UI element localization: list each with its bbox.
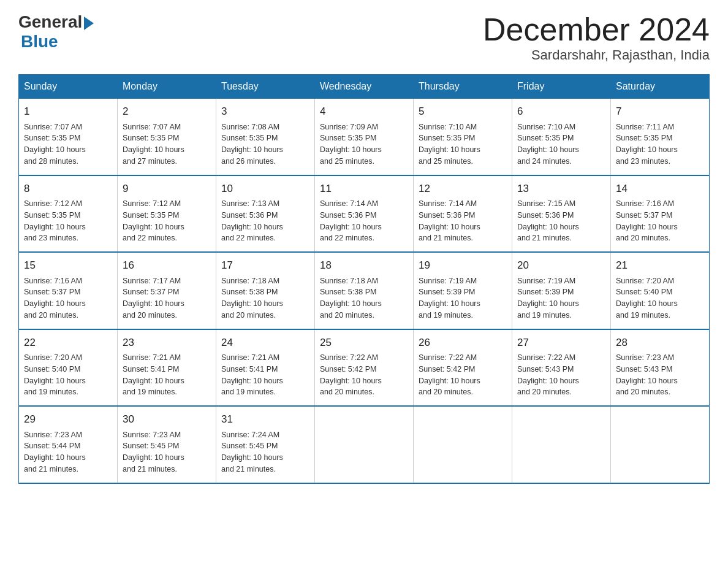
- calendar-cell: 22Sunrise: 7:20 AMSunset: 5:40 PMDayligh…: [19, 329, 118, 407]
- day-number: 20: [517, 258, 605, 274]
- calendar-table: SundayMondayTuesdayWednesdayThursdayFrid…: [18, 74, 710, 484]
- week-row-2: 8Sunrise: 7:12 AMSunset: 5:35 PMDaylight…: [19, 175, 710, 253]
- day-header-tuesday: Tuesday: [216, 75, 315, 99]
- calendar-cell: 29Sunrise: 7:23 AMSunset: 5:44 PMDayligh…: [19, 406, 118, 483]
- day-header-saturday: Saturday: [611, 75, 710, 99]
- calendar-cell: 17Sunrise: 7:18 AMSunset: 5:38 PMDayligh…: [216, 252, 315, 329]
- day-info: Sunrise: 7:17 AMSunset: 5:37 PMDaylight:…: [123, 275, 211, 321]
- day-info: Sunrise: 7:07 AMSunset: 5:35 PMDaylight:…: [24, 121, 112, 167]
- calendar-cell: 12Sunrise: 7:14 AMSunset: 5:36 PMDayligh…: [414, 175, 512, 253]
- day-info: Sunrise: 7:23 AMSunset: 5:44 PMDaylight:…: [24, 429, 112, 475]
- calendar-cell: 26Sunrise: 7:22 AMSunset: 5:42 PMDayligh…: [414, 329, 512, 407]
- calendar-cell: 2Sunrise: 7:07 AMSunset: 5:35 PMDaylight…: [118, 99, 216, 175]
- day-info: Sunrise: 7:20 AMSunset: 5:40 PMDaylight:…: [616, 275, 704, 321]
- calendar-cell: 13Sunrise: 7:15 AMSunset: 5:36 PMDayligh…: [512, 175, 611, 253]
- day-info: Sunrise: 7:07 AMSunset: 5:35 PMDaylight:…: [123, 121, 211, 167]
- day-header-thursday: Thursday: [414, 75, 512, 99]
- calendar-cell: 15Sunrise: 7:16 AMSunset: 5:37 PMDayligh…: [19, 252, 118, 329]
- calendar-subtitle: Sardarshahr, Rajasthan, India: [483, 47, 710, 63]
- logo: General Blue: [18, 12, 94, 52]
- day-info: Sunrise: 7:12 AMSunset: 5:35 PMDaylight:…: [24, 198, 112, 244]
- day-info: Sunrise: 7:19 AMSunset: 5:39 PMDaylight:…: [517, 275, 605, 321]
- day-number: 17: [221, 258, 309, 274]
- day-number: 25: [320, 335, 408, 351]
- calendar-cell: 7Sunrise: 7:11 AMSunset: 5:35 PMDaylight…: [611, 99, 710, 175]
- day-number: 21: [616, 258, 704, 274]
- header-row: SundayMondayTuesdayWednesdayThursdayFrid…: [19, 75, 710, 99]
- calendar-cell: 5Sunrise: 7:10 AMSunset: 5:35 PMDaylight…: [414, 99, 512, 175]
- day-info: Sunrise: 7:23 AMSunset: 5:43 PMDaylight:…: [616, 352, 704, 398]
- day-info: Sunrise: 7:21 AMSunset: 5:41 PMDaylight:…: [221, 352, 309, 398]
- week-row-3: 15Sunrise: 7:16 AMSunset: 5:37 PMDayligh…: [19, 252, 710, 329]
- day-info: Sunrise: 7:10 AMSunset: 5:35 PMDaylight:…: [419, 121, 507, 167]
- day-header-monday: Monday: [118, 75, 216, 99]
- calendar-cell: 28Sunrise: 7:23 AMSunset: 5:43 PMDayligh…: [611, 329, 710, 407]
- day-number: 27: [517, 335, 605, 351]
- calendar-body: 1Sunrise: 7:07 AMSunset: 5:35 PMDaylight…: [19, 99, 710, 483]
- day-info: Sunrise: 7:18 AMSunset: 5:38 PMDaylight:…: [320, 275, 408, 321]
- day-number: 26: [419, 335, 507, 351]
- day-number: 5: [419, 104, 507, 120]
- calendar-cell: 19Sunrise: 7:19 AMSunset: 5:39 PMDayligh…: [414, 252, 512, 329]
- day-number: 13: [517, 181, 605, 197]
- day-number: 3: [221, 104, 309, 120]
- day-number: 18: [320, 258, 408, 274]
- day-info: Sunrise: 7:19 AMSunset: 5:39 PMDaylight:…: [419, 275, 507, 321]
- calendar-cell: 10Sunrise: 7:13 AMSunset: 5:36 PMDayligh…: [216, 175, 315, 253]
- calendar-cell: 23Sunrise: 7:21 AMSunset: 5:41 PMDayligh…: [118, 329, 216, 407]
- week-row-1: 1Sunrise: 7:07 AMSunset: 5:35 PMDaylight…: [19, 99, 710, 175]
- day-info: Sunrise: 7:23 AMSunset: 5:45 PMDaylight:…: [123, 429, 211, 475]
- calendar-cell: [414, 406, 512, 483]
- day-number: 16: [123, 258, 211, 274]
- calendar-cell: [611, 406, 710, 483]
- calendar-cell: 3Sunrise: 7:08 AMSunset: 5:35 PMDaylight…: [216, 99, 315, 175]
- calendar-cell: 20Sunrise: 7:19 AMSunset: 5:39 PMDayligh…: [512, 252, 611, 329]
- day-number: 6: [517, 104, 605, 120]
- day-number: 29: [24, 412, 112, 427]
- day-info: Sunrise: 7:13 AMSunset: 5:36 PMDaylight:…: [221, 198, 309, 244]
- day-header-friday: Friday: [512, 75, 611, 99]
- calendar-cell: 9Sunrise: 7:12 AMSunset: 5:35 PMDaylight…: [118, 175, 216, 253]
- day-info: Sunrise: 7:24 AMSunset: 5:45 PMDaylight:…: [221, 429, 309, 475]
- week-row-5: 29Sunrise: 7:23 AMSunset: 5:44 PMDayligh…: [19, 406, 710, 483]
- day-info: Sunrise: 7:16 AMSunset: 5:37 PMDaylight:…: [24, 275, 112, 321]
- day-info: Sunrise: 7:22 AMSunset: 5:42 PMDaylight:…: [320, 352, 408, 398]
- day-info: Sunrise: 7:10 AMSunset: 5:35 PMDaylight:…: [517, 121, 605, 167]
- day-info: Sunrise: 7:16 AMSunset: 5:37 PMDaylight:…: [616, 198, 704, 244]
- day-number: 15: [24, 258, 112, 274]
- week-row-4: 22Sunrise: 7:20 AMSunset: 5:40 PMDayligh…: [19, 329, 710, 407]
- day-number: 30: [123, 412, 211, 427]
- day-info: Sunrise: 7:12 AMSunset: 5:35 PMDaylight:…: [123, 198, 211, 244]
- day-info: Sunrise: 7:15 AMSunset: 5:36 PMDaylight:…: [517, 198, 605, 244]
- calendar-cell: 6Sunrise: 7:10 AMSunset: 5:35 PMDaylight…: [512, 99, 611, 175]
- day-info: Sunrise: 7:08 AMSunset: 5:35 PMDaylight:…: [221, 121, 309, 167]
- day-info: Sunrise: 7:21 AMSunset: 5:41 PMDaylight:…: [123, 352, 211, 398]
- calendar-cell: 18Sunrise: 7:18 AMSunset: 5:38 PMDayligh…: [315, 252, 414, 329]
- day-info: Sunrise: 7:14 AMSunset: 5:36 PMDaylight:…: [320, 198, 408, 244]
- day-header-sunday: Sunday: [19, 75, 118, 99]
- day-number: 1: [24, 104, 112, 120]
- calendar-cell: 27Sunrise: 7:22 AMSunset: 5:43 PMDayligh…: [512, 329, 611, 407]
- day-number: 14: [616, 181, 704, 197]
- calendar-cell: 11Sunrise: 7:14 AMSunset: 5:36 PMDayligh…: [315, 175, 414, 253]
- day-info: Sunrise: 7:14 AMSunset: 5:36 PMDaylight:…: [419, 198, 507, 244]
- day-info: Sunrise: 7:22 AMSunset: 5:42 PMDaylight:…: [419, 352, 507, 398]
- logo-blue-text: Blue: [21, 32, 58, 51]
- title-block: December 2024 Sardarshahr, Rajasthan, In…: [483, 12, 710, 63]
- day-number: 12: [419, 181, 507, 197]
- day-number: 19: [419, 258, 507, 274]
- day-number: 22: [24, 335, 112, 351]
- day-header-wednesday: Wednesday: [315, 75, 414, 99]
- calendar-cell: 30Sunrise: 7:23 AMSunset: 5:45 PMDayligh…: [118, 406, 216, 483]
- day-number: 2: [123, 104, 211, 120]
- day-number: 23: [123, 335, 211, 351]
- day-number: 11: [320, 181, 408, 197]
- logo-general-text: General: [18, 12, 82, 32]
- day-info: Sunrise: 7:20 AMSunset: 5:40 PMDaylight:…: [24, 352, 112, 398]
- calendar-title: December 2024: [483, 12, 710, 47]
- day-number: 7: [616, 104, 704, 120]
- day-info: Sunrise: 7:18 AMSunset: 5:38 PMDaylight:…: [221, 275, 309, 321]
- calendar-cell: 16Sunrise: 7:17 AMSunset: 5:37 PMDayligh…: [118, 252, 216, 329]
- calendar-header: SundayMondayTuesdayWednesdayThursdayFrid…: [19, 75, 710, 99]
- day-number: 28: [616, 335, 704, 351]
